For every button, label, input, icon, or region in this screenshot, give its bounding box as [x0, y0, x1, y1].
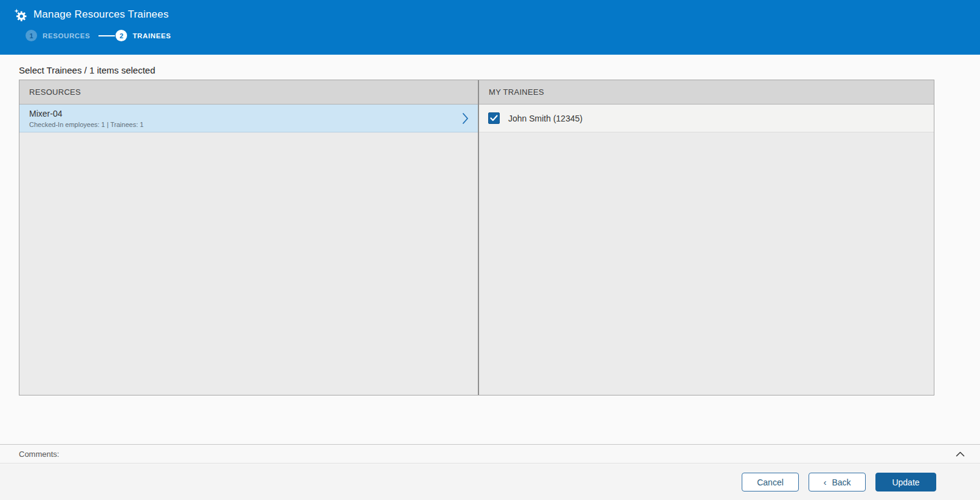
- my-trainees-panel-header: MY TRAINEES: [479, 80, 934, 104]
- wizard-steps: 1 RESOURCES 2 TRAINEES: [26, 30, 980, 41]
- step-1-circle: 1: [26, 30, 37, 41]
- resource-subtitle: Checked-In employees: 1 | Trainees: 1: [29, 121, 462, 128]
- manage-gear-icon: [13, 7, 27, 22]
- cancel-button[interactable]: Cancel: [742, 473, 799, 491]
- chevron-up-icon[interactable]: [954, 450, 967, 459]
- selection-panels: RESOURCES Mixer-04 Checked-In employees:…: [19, 80, 934, 396]
- my-trainees-panel: MY TRAINEES John Smith (12345): [479, 80, 934, 395]
- back-button[interactable]: ‹ Back: [809, 473, 866, 491]
- step-2-label: TRAINEES: [133, 32, 171, 39]
- header-title-row: Manage Resources Trainees: [0, 0, 980, 22]
- dialog-title: Manage Resources Trainees: [33, 9, 168, 21]
- step-resources[interactable]: 1 RESOURCES: [26, 30, 90, 41]
- wizard-header: Manage Resources Trainees 1 RESOURCES 2 …: [0, 0, 980, 55]
- selection-summary: Select Trainees / 1 items selected: [19, 65, 155, 75]
- update-button[interactable]: Update: [875, 473, 936, 491]
- trainee-label: John Smith (12345): [508, 114, 582, 123]
- comments-label: Comments:: [19, 450, 954, 459]
- my-trainees-list[interactable]: John Smith (12345): [479, 104, 934, 395]
- resource-title: Mixer-04: [29, 109, 462, 120]
- step-connector: [98, 35, 115, 36]
- step-trainees[interactable]: 2 TRAINEES: [116, 30, 171, 41]
- resources-list[interactable]: Mixer-04 Checked-In employees: 1 | Train…: [19, 104, 478, 395]
- manage-resources-trainees-dialog: Manage Resources Trainees 1 RESOURCES 2 …: [0, 0, 980, 500]
- resource-text: Mixer-04 Checked-In employees: 1 | Train…: [29, 108, 462, 129]
- footer-actions: Cancel ‹ Back Update: [0, 464, 980, 500]
- resources-panel-header: RESOURCES: [19, 80, 478, 104]
- back-button-label: Back: [832, 478, 851, 487]
- chevron-right-icon[interactable]: [462, 112, 469, 125]
- trainee-row-john-smith[interactable]: John Smith (12345): [479, 104, 934, 132]
- step-2-circle: 2: [116, 30, 127, 41]
- trainee-checkbox[interactable]: [488, 112, 500, 124]
- resource-row-mixer-04[interactable]: Mixer-04 Checked-In employees: 1 | Train…: [19, 104, 478, 132]
- resources-panel: RESOURCES Mixer-04 Checked-In employees:…: [19, 80, 479, 395]
- chevron-left-icon: ‹: [823, 478, 826, 487]
- step-1-label: RESOURCES: [43, 32, 90, 39]
- comments-bar: Comments:: [0, 444, 980, 464]
